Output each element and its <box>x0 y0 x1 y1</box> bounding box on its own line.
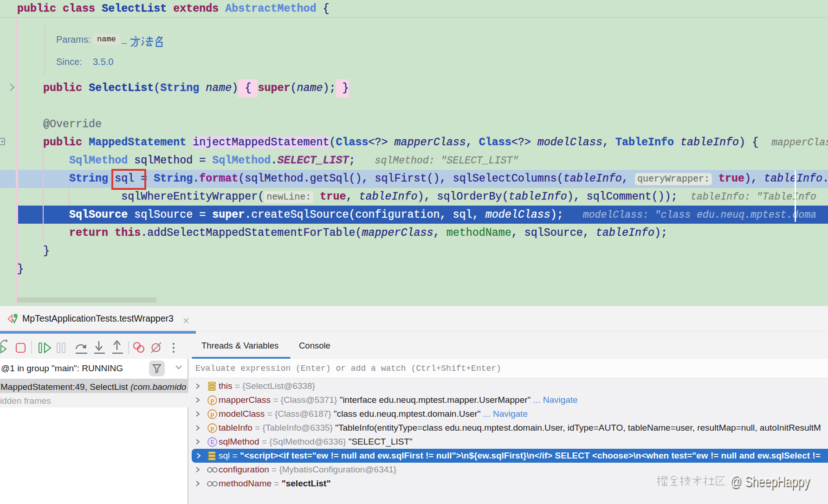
svg-text:p: p <box>211 425 214 432</box>
svg-text:p: p <box>211 411 214 418</box>
svg-text:p: p <box>211 397 214 404</box>
svg-text:E: E <box>210 439 214 446</box>
